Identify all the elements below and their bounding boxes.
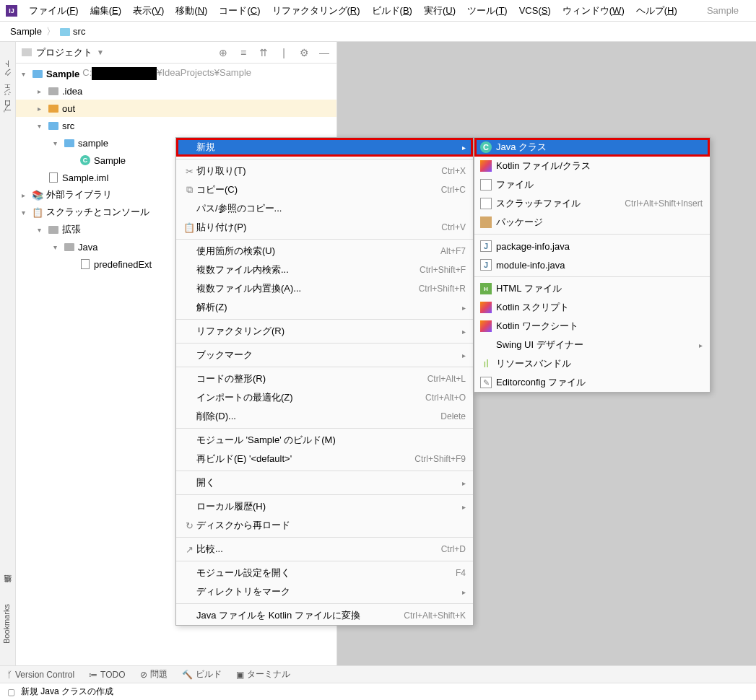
ctx-new[interactable]: 新規▸ <box>176 138 473 157</box>
menu-separator <box>176 537 473 538</box>
tab-build[interactable]: 🔨ビルド <box>182 668 222 681</box>
todo-icon: ≔ <box>89 670 97 680</box>
sub-scratch-file[interactable]: スクラッチファイルCtrl+Alt+Shift+Insert <box>474 194 710 213</box>
ctx-reload-disk[interactable]: ↻ディスクから再ロード <box>176 516 473 535</box>
folder-icon <box>48 105 58 113</box>
tree-src[interactable]: ▾ src <box>16 117 336 134</box>
breadcrumb: Sample 〉 src <box>0 22 756 42</box>
status-text: 新規 Java クラスの作成 <box>21 686 113 698</box>
tab-version-control[interactable]: ᚶVersion Control <box>7 670 74 680</box>
sub-resource-bundle[interactable]: ılリソースバンドル <box>474 354 710 373</box>
menu-edit[interactable]: 編集(E) <box>84 1 127 20</box>
chevron-down-icon[interactable]: ▾ <box>38 226 48 234</box>
chevron-down-icon[interactable]: ▾ <box>22 209 32 216</box>
scratch-icon: 📋 <box>32 207 43 217</box>
left-rail: プロジェクト 構造 Bookmarks <box>0 42 16 665</box>
sidebar-header: プロジェクト ▼ ⊕ ≡ ⇈ | ⚙ — <box>16 42 336 64</box>
chevron-right-icon: ▸ <box>462 328 466 336</box>
sub-java-class[interactable]: CJava クラス <box>474 138 710 157</box>
tree-root-sample[interactable]: ▾ Sample C:¥IdeaProjects¥Sample <box>16 65 336 82</box>
rail-project[interactable]: プロジェクト <box>2 56 13 126</box>
tree-out[interactable]: ▸ out <box>16 100 336 117</box>
sub-kotlin-file[interactable]: Kotlin ファイル/クラス <box>474 157 710 175</box>
ctx-paste[interactable]: 📋貼り付け(P)Ctrl+V <box>176 218 473 237</box>
menu-separator <box>176 343 473 344</box>
gear-icon[interactable]: ⚙ <box>297 46 310 59</box>
chevron-right-icon: ▸ <box>462 588 466 596</box>
menu-separator <box>474 276 710 277</box>
breadcrumb-src[interactable]: src <box>57 25 88 38</box>
sub-html-file[interactable]: HHTML ファイル <box>474 279 710 298</box>
menu-run[interactable]: 実行(U) <box>418 1 461 20</box>
menu-navigate[interactable]: 移動(N) <box>170 1 213 20</box>
sub-module-info[interactable]: Jmodule-info.java <box>474 255 710 274</box>
ctx-analyze[interactable]: 解析(Z)▸ <box>176 298 473 317</box>
menu-refactor[interactable]: リファクタリング(R) <box>266 1 366 20</box>
breadcrumb-root[interactable]: Sample <box>7 25 45 38</box>
menu-file[interactable]: ファイル(F) <box>23 1 84 20</box>
chevron-down-icon[interactable]: ▾ <box>38 122 48 130</box>
chevron-right-icon: ▸ <box>462 503 466 511</box>
chevron-right-icon[interactable]: ▸ <box>22 191 32 199</box>
sub-kotlin-script[interactable]: Kotlin スクリプト <box>474 298 710 317</box>
ctx-cut[interactable]: ✂切り取り(T)Ctrl+X <box>176 162 473 180</box>
ctx-copy-path[interactable]: パス/参照のコピー... <box>176 199 473 218</box>
ctx-refactor[interactable]: リファクタリング(R)▸ <box>176 322 473 341</box>
menu-help[interactable]: ヘルプ(H) <box>630 1 683 20</box>
tab-terminal[interactable]: ▣ターミナル <box>236 668 290 681</box>
collapse-icon[interactable]: ⇈ <box>257 46 270 59</box>
chevron-right-icon[interactable]: ▸ <box>38 105 48 113</box>
ctx-module-settings[interactable]: モジュール設定を開くF4 <box>176 564 473 582</box>
ctx-find-in-files[interactable]: 複数ファイル内検索...Ctrl+Shift+F <box>176 261 473 279</box>
locate-icon[interactable]: ⊕ <box>217 46 230 59</box>
rail-structure[interactable]: 構造 <box>2 582 13 597</box>
sidebar-toolbar: ⊕ ≡ ⇈ | ⚙ — <box>217 46 331 59</box>
blank-icon <box>480 339 492 351</box>
problems-icon: ⊘ <box>140 670 147 680</box>
chevron-right-icon[interactable]: ▸ <box>38 87 48 95</box>
ctx-replace-in-files[interactable]: 複数ファイル内置換(A)...Ctrl+Shift+R <box>176 279 473 298</box>
sub-file[interactable]: ファイル <box>474 175 710 194</box>
chevron-down-icon[interactable]: ▾ <box>53 139 64 147</box>
ctx-build-module[interactable]: モジュール 'Sample' のビルド(M) <box>176 431 473 450</box>
menu-separator <box>176 367 473 367</box>
ctx-rebuild[interactable]: 再ビルド(E) '<default>'Ctrl+Shift+F9 <box>176 450 473 468</box>
ctx-find-usages[interactable]: 使用箇所の検索(U)Alt+F7 <box>176 242 473 261</box>
tab-todo[interactable]: ≔TODO <box>89 670 125 680</box>
rail-bookmarks[interactable]: Bookmarks <box>2 597 11 651</box>
expand-icon[interactable]: ≡ <box>237 46 250 59</box>
menu-vcs[interactable]: VCS(S) <box>513 2 557 19</box>
paste-icon: 📋 <box>182 222 196 233</box>
java-file-icon: J <box>480 259 492 271</box>
terminal-icon: ▣ <box>236 670 244 680</box>
ctx-optimize-imports[interactable]: インポートの最適化(Z)Ctrl+Alt+O <box>176 388 473 407</box>
sub-editorconfig[interactable]: ✎Editorconfig ファイル <box>474 373 710 392</box>
chevron-down-icon[interactable]: ▾ <box>53 243 64 251</box>
sub-kotlin-worksheet[interactable]: Kotlin ワークシート <box>474 317 710 336</box>
ctx-convert-kotlin[interactable]: Java ファイルを Kotlin ファイルに変換Ctrl+Alt+Shift+… <box>176 606 473 625</box>
menu-tools[interactable]: ツール(T) <box>461 1 513 20</box>
menu-window[interactable]: ウィンドウ(W) <box>557 1 630 20</box>
tab-problems[interactable]: ⊘問題 <box>140 668 168 681</box>
ctx-local-history[interactable]: ローカル履歴(H)▸ <box>176 497 473 516</box>
compare-icon: ↗ <box>182 544 196 555</box>
ctx-mark-directory[interactable]: ディレクトリをマーク▸ <box>176 582 473 601</box>
sub-package[interactable]: パッケージ <box>474 213 710 232</box>
hide-icon[interactable]: — <box>318 46 331 59</box>
chevron-down-icon[interactable]: ▾ <box>22 70 32 78</box>
ctx-bookmark[interactable]: ブックマーク▸ <box>176 346 473 364</box>
ctx-reformat[interactable]: コードの整形(R)Ctrl+Alt+L <box>176 369 473 388</box>
sidebar-title[interactable]: プロジェクト <box>36 46 92 59</box>
ctx-delete[interactable]: 削除(D)...Delete <box>176 407 473 426</box>
ctx-compare[interactable]: ↗比較...Ctrl+D <box>176 540 473 559</box>
ctx-copy[interactable]: ⧉コピー(C)Ctrl+C <box>176 180 473 199</box>
tree-idea[interactable]: ▸ .idea <box>16 82 336 100</box>
menu-view[interactable]: 表示(V) <box>127 1 170 20</box>
menu-build[interactable]: ビルド(B) <box>366 1 418 20</box>
sub-swing-ui[interactable]: Swing UI デザイナー▸ <box>474 336 710 354</box>
dropdown-icon[interactable]: ▼ <box>97 48 104 56</box>
menu-code[interactable]: コード(C) <box>213 1 266 20</box>
html-icon: H <box>480 283 492 294</box>
ctx-open[interactable]: 開く▸ <box>176 473 473 492</box>
sub-package-info[interactable]: Jpackage-info.java <box>474 237 710 255</box>
